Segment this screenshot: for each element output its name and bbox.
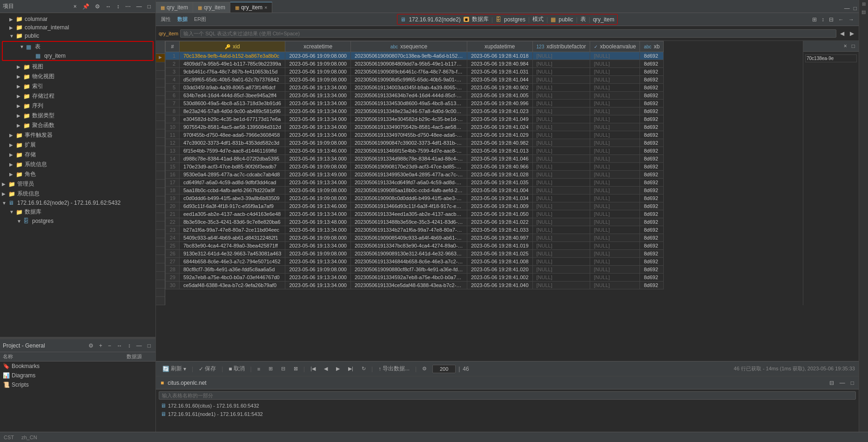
cell-xb[interactable]: 8d692 <box>640 226 664 234</box>
export-btn[interactable]: ↑ 导出数据... <box>376 364 412 374</box>
cell-xcreatetime[interactable]: 2023-05-06 19:13:34.000 <box>285 242 351 250</box>
next-page-btn[interactable]: ▶ <box>333 365 343 373</box>
cancel-btn[interactable]: ■ 取消 <box>226 364 247 374</box>
cell-xdistributefactor[interactable]: [NULL] <box>532 210 590 218</box>
cell-xsequence[interactable]: 20230506191334eed1a305-ab2e-4137-aacb-c4… <box>350 210 467 218</box>
table-row[interactable]: 6634b7ed4-16d4-444d-85cf-3bee945a2ff4202… <box>166 92 664 100</box>
cell-xid[interactable]: 70c138ea-9efb-4a6d-b152-ba867e3a8b0c <box>180 52 285 60</box>
tree-item-sysinfo2[interactable]: ▶ 📁 系统信息 <box>0 189 155 199</box>
sync-icon[interactable]: ↕ <box>115 2 121 11</box>
cell-xupdatetime[interactable]: 2023-05-06 19:28:40.996 <box>467 100 532 107</box>
cell-xbooleanvalue[interactable]: [NULL] <box>590 163 640 171</box>
data-grid-wrapper[interactable]: ▶ <box>156 41 859 361</box>
cell-xid[interactable]: e304582d-b29c-4c35-be1d-677173d17e6a <box>180 115 285 123</box>
query-tab-3[interactable]: ▦ qry_item × <box>230 2 272 13</box>
cell-xcreatetime[interactable]: 2023-05-06 19:13:48.000 <box>285 218 351 226</box>
table-row[interactable]: 136f15e4bb-7599-4d7e-aac8-d14461169ffd20… <box>166 147 664 155</box>
cell-xdistributefactor[interactable]: [NULL] <box>532 281 590 289</box>
save-btn[interactable]: ✓ 保存 <box>196 364 219 374</box>
cell-xdistributefactor[interactable]: [NULL] <box>532 147 590 155</box>
cell-xdistributefactor[interactable]: [NULL] <box>532 179 590 187</box>
data-tab[interactable]: 数据 <box>175 15 189 24</box>
maximize-icon[interactable]: □ <box>852 4 859 13</box>
cell-xbooleanvalue[interactable]: [NULL] <box>590 258 640 266</box>
cell-xbooleanvalue[interactable]: [NULL] <box>590 147 640 155</box>
cell-xdistributefactor[interactable]: [NULL] <box>532 226 590 234</box>
cell-xbooleanvalue[interactable]: [NULL] <box>590 123 640 131</box>
cell-xupdatetime[interactable]: 2023-05-06 19:28:40.997 <box>467 234 532 242</box>
col-xupdatetime[interactable]: xupdatetime <box>467 41 532 52</box>
cell-xdistributefactor[interactable]: [NULL] <box>532 234 590 242</box>
tree-item-event-trigger[interactable]: ▶ 📁 事件触发器 <box>0 130 155 140</box>
settings-icon[interactable]: ⚙ <box>93 2 102 11</box>
cell-xid[interactable]: c0d0ddd6-b499-41f5-abe3-39a8b6b83509 <box>180 194 285 202</box>
cell-xdistributefactor[interactable]: [NULL] <box>532 242 590 250</box>
cell-xupdatetime[interactable]: 2023-05-06 19:28:41.025 <box>467 250 532 258</box>
table-row[interactable]: 185aa18b0c-ccbd-4afb-aefd-2667fd220a9f20… <box>166 187 664 194</box>
cell-xcreatetime[interactable]: 2023-05-06 19:13:34.000 <box>285 155 351 163</box>
tree-item-datatype[interactable]: ▶ 📁 数据类型 <box>0 111 155 121</box>
panel-icon[interactable]: ▤ <box>859 8 868 16</box>
cell-xb[interactable]: 8d692 <box>640 139 664 147</box>
cell-xupdatetime[interactable]: 2023-05-06 19:28:41.046 <box>467 155 532 163</box>
cell-xcreatetime[interactable]: 2023-05-06 19:13:34.000 <box>285 179 351 187</box>
cell-xbooleanvalue[interactable]: [NULL] <box>590 194 640 202</box>
connection-item-1[interactable]: 🖥 172.16.91.60(citus) - 172.16.91.60:543… <box>159 402 856 410</box>
table-row[interactable]: 30ce5daf48-6388-43ea-b7c2-9efa26b79af020… <box>166 281 664 289</box>
cell-xdistributefactor[interactable]: [NULL] <box>532 187 590 194</box>
cell-xcreatetime[interactable]: 2023-05-06 19:13:34.000 <box>285 107 351 115</box>
col-xcreatetime[interactable]: xcreatetime <box>285 41 351 52</box>
cell-xid[interactable]: 47c39002-3373-4df1-831b-4353dd582c3d <box>180 139 285 147</box>
tree-item-role[interactable]: ▶ 📁 角色 <box>0 169 155 179</box>
cell-xsequence[interactable]: 202305061909089cb6461c-f76a-48c7-867b-fe… <box>350 68 467 76</box>
cell-xsequence[interactable]: 202305061913488b3e59ce-35c3-4241-83d6-9c… <box>350 218 467 226</box>
cell-xcreatetime[interactable]: 2023-05-06 19:09:08.000 <box>285 76 351 84</box>
tree-item-procedure[interactable]: ▶ 📁 存储过程 <box>0 91 155 101</box>
cell-xbooleanvalue[interactable]: [NULL] <box>590 171 640 179</box>
cell-xsequence[interactable]: 20230506191334d988c78e-8384-41ad-88c4-07… <box>350 155 467 163</box>
cell-xid[interactable]: d5c99f65-65dc-40b5-9a01-62c7b7376842 <box>180 76 285 84</box>
table-row[interactable]: 4d5c99f65-65dc-40b5-9a01-62c7b7376842202… <box>166 76 664 84</box>
cell-xb[interactable]: 8d692 <box>640 250 664 258</box>
cell-xsequence[interactable]: 20230506190908c0d0ddd6-b499-41f5-abe3-39… <box>350 194 467 202</box>
cell-xb[interactable]: 8d692 <box>640 274 664 281</box>
cell-xbooleanvalue[interactable]: [NULL] <box>590 76 640 84</box>
cell-xb[interactable]: 8d692 <box>640 234 664 242</box>
cell-xsequence[interactable]: 20230506191334ce5daf48-6388-43ea-b7c2-9e… <box>350 281 467 289</box>
project-item-scripts[interactable]: 📜 Scripts <box>0 380 155 389</box>
cell-xdistributefactor[interactable]: [NULL] <box>532 258 590 266</box>
table-row[interactable]: 1247c39002-3373-4df1-831b-4353dd582c3d20… <box>166 139 664 147</box>
cell-xsequence[interactable]: 20230506191334e304582d-b29c-4c35-be1d-67… <box>350 115 467 123</box>
col-xb[interactable]: abc xb <box>640 41 664 52</box>
sql-arrow-left[interactable]: ◀ <box>838 29 846 38</box>
cell-xupdatetime[interactable]: 2023-05-06 19:28:41.020 <box>467 266 532 274</box>
tree-item-server-node2[interactable]: ▼ 🖥 172.16.91.62(node2) - 172.16.91.62:5… <box>0 199 155 207</box>
properties-tab[interactable]: 属性 <box>159 15 173 24</box>
cell-xid[interactable]: 592a7eb8-a75e-4bc0-b0a7-03ef446767d0 <box>180 274 285 281</box>
cell-xupdatetime[interactable]: 2023-05-06 19:28:41.009 <box>467 202 532 210</box>
cell-xid[interactable]: 4809dd7a-95b5-49e1-b117-785c9b22399a <box>180 60 285 68</box>
cell-xsequence[interactable]: 20230506191334592a7eb8-a75e-4bc0-b0a7-03… <box>350 274 467 281</box>
cell-xbooleanvalue[interactable]: [NULL] <box>590 131 640 139</box>
filter-icon[interactable]: ⊞ <box>810 15 819 24</box>
side-close-icon[interactable]: × <box>842 42 849 50</box>
cell-xid[interactable]: 170e23d9-acf3-47ce-bd85-90f26f3eadb7 <box>180 163 285 171</box>
cell-xdistributefactor[interactable]: [NULL] <box>532 131 590 139</box>
cell-xid[interactable]: 9130e312-641d-4e32-9663-7a453081a463 <box>180 250 285 258</box>
table-row[interactable]: 170c138ea-9efb-4a6d-b152-ba867e3a8b0c202… <box>166 52 664 60</box>
table-row[interactable]: 23b27a1f6a-99a7-47e8-80a7-2ce11bd04eec20… <box>166 226 664 234</box>
tree-item-public[interactable]: ▼ 📁 public <box>0 32 155 40</box>
table-row[interactable]: 228b3e59ce-35c3-4241-83d6-9c7e8e820ba620… <box>166 218 664 226</box>
grid-icon[interactable]: ⊞ <box>859 0 868 8</box>
table-row[interactable]: 276844b658-8c6e-46e3-a7c2-794e5071c45220… <box>166 258 664 266</box>
table-row[interactable]: 257bc83e90-4ca4-4274-89a0-3bea425871ff20… <box>166 242 664 250</box>
table-row[interactable]: 169530e0a4-2895-477a-ac7c-cdcabc7ab4d820… <box>166 171 664 179</box>
cell-xsequence[interactable]: 202305061913466d93c11f-6a3f-4f18-917c-e5… <box>350 202 467 210</box>
cell-xid[interactable]: 9cb6461c-f76a-48c7-867b-fe410653b15d <box>180 68 285 76</box>
cell-xid[interactable]: b27a1f6a-99a7-47e8-80a7-2ce11bd04eec <box>180 226 285 234</box>
cell-xbooleanvalue[interactable]: [NULL] <box>590 107 640 115</box>
cell-xcreatetime[interactable]: 2023-05-06 19:13:34.000 <box>285 281 351 289</box>
delete-icon[interactable]: − <box>106 342 113 350</box>
cell-xb[interactable]: 8d692 <box>640 107 664 115</box>
add-row-btn[interactable]: ⊞ <box>266 365 276 373</box>
